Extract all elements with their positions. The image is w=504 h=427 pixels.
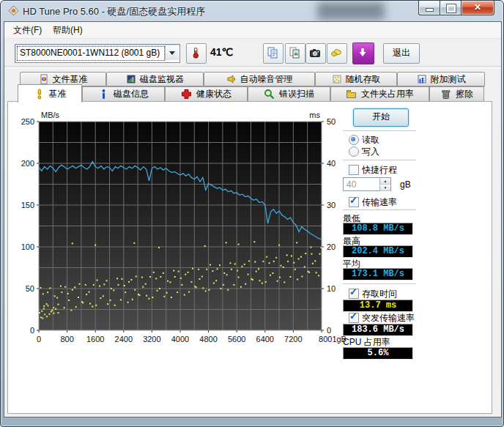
combo-dropdown-button[interactable] bbox=[165, 45, 179, 60]
svg-text:4800: 4800 bbox=[199, 335, 217, 344]
camera-icon bbox=[309, 47, 321, 59]
temperature-button[interactable] bbox=[186, 43, 207, 64]
write-label: 写入 bbox=[362, 146, 379, 158]
app-window: HD Tune Pro 5.60 - 硬盘/固态硬盘实用程序 ✕ 文件(F) 帮… bbox=[0, 0, 504, 427]
read-radio[interactable] bbox=[349, 135, 359, 145]
tab-label: 错误扫描 bbox=[279, 88, 314, 100]
copy-text-button[interactable] bbox=[263, 43, 284, 64]
thermometer-icon bbox=[190, 47, 201, 59]
capacity-value: 40 bbox=[346, 179, 356, 190]
tab-health[interactable]: 健康状态 bbox=[165, 86, 248, 102]
tab-label: 自动噪音管理 bbox=[240, 73, 293, 86]
check-icon: ✓ bbox=[349, 195, 357, 206]
tab-label: 随机存取 bbox=[346, 73, 381, 86]
random-access-icon bbox=[332, 74, 342, 84]
download-arrow-icon bbox=[357, 47, 368, 59]
divider bbox=[343, 160, 416, 163]
toolbar-separator bbox=[4, 66, 501, 69]
transfer-rate-checkbox[interactable]: ✓ bbox=[349, 197, 359, 207]
close-button[interactable]: ✕ bbox=[461, 1, 494, 15]
svg-text:4000: 4000 bbox=[171, 335, 189, 344]
svg-text:800: 800 bbox=[60, 335, 73, 344]
radio-dot bbox=[351, 137, 355, 141]
svg-text:10: 10 bbox=[327, 284, 336, 293]
svg-text:0: 0 bbox=[327, 326, 331, 335]
menu-bar: 文件(F) 帮助(H) bbox=[4, 22, 501, 39]
donate-button[interactable] bbox=[327, 43, 347, 64]
download-button[interactable] bbox=[352, 42, 374, 64]
svg-text:3200: 3200 bbox=[143, 335, 160, 344]
maximize-button[interactable] bbox=[440, 1, 462, 15]
tab-disk-info[interactable]: 磁盘信息 bbox=[82, 86, 165, 102]
error-scan-magnifier-icon bbox=[264, 89, 275, 100]
tab-erase[interactable]: 擦除 bbox=[429, 86, 484, 102]
screenshot-button[interactable] bbox=[305, 43, 326, 64]
svg-text:1600: 1600 bbox=[86, 335, 104, 344]
short-stroke-checkbox[interactable] bbox=[349, 165, 359, 175]
radio-dot bbox=[351, 149, 355, 153]
capacity-spinner[interactable]: 40 ▲▼ bbox=[343, 177, 391, 191]
svg-text:2400: 2400 bbox=[115, 335, 133, 344]
window-title: HD Tune Pro 5.60 - 硬盘/固态硬盘实用程序 bbox=[23, 5, 205, 18]
start-button[interactable]: 开始 bbox=[353, 108, 409, 127]
close-icon: ✕ bbox=[474, 2, 481, 12]
tab-label: 附加测试 bbox=[431, 73, 466, 86]
temperature-value: 41℃ bbox=[210, 46, 233, 58]
tab-extra-tests[interactable]: 附加测试 bbox=[397, 72, 485, 86]
menu-file[interactable]: 文件(F) bbox=[7, 22, 48, 38]
transfer-rate-label: 传输速率 bbox=[362, 196, 397, 209]
check-icon: ✓ bbox=[349, 286, 357, 297]
drive-select-value: ST8000NE0001-1WN112 (8001 gB) bbox=[17, 46, 165, 61]
svg-text:100: 100 bbox=[21, 242, 34, 251]
capacity-unit: gB bbox=[400, 179, 411, 190]
tab-aam[interactable]: 自动噪音管理 bbox=[204, 72, 315, 86]
spin-down-icon[interactable]: ▼ bbox=[380, 185, 390, 191]
tab-disk-monitor[interactable]: 磁盘监视器 bbox=[106, 72, 204, 86]
tab-random-access[interactable]: 随机存取 bbox=[315, 72, 397, 86]
minimize-icon bbox=[426, 8, 434, 12]
disk-monitor-icon bbox=[126, 74, 136, 84]
copy-image-icon bbox=[289, 47, 300, 59]
write-radio[interactable] bbox=[349, 146, 359, 157]
tab-folder-usage[interactable]: 文件夹占用率 bbox=[330, 86, 429, 102]
svg-text:50: 50 bbox=[327, 117, 336, 126]
tab-error-scan[interactable]: 错误扫描 bbox=[248, 86, 330, 102]
maximize-icon bbox=[447, 4, 456, 12]
burst-rate-checkbox[interactable]: ✓ bbox=[349, 313, 359, 323]
svg-text:40: 40 bbox=[327, 159, 336, 168]
access-time-checkbox[interactable]: ✓ bbox=[349, 289, 359, 299]
menu-help[interactable]: 帮助(H) bbox=[47, 22, 89, 38]
svg-text:200: 200 bbox=[21, 159, 34, 168]
copy-text-icon bbox=[267, 47, 278, 59]
glass-tint bbox=[317, 2, 385, 20]
svg-text:20: 20 bbox=[327, 242, 336, 251]
read-label: 读取 bbox=[362, 134, 379, 146]
chevron-down-icon bbox=[169, 51, 175, 55]
burst-rate-display: 183.6 MB/s bbox=[343, 324, 413, 336]
min-value-display: 108.8 MB/s bbox=[343, 223, 413, 235]
minimize-button[interactable] bbox=[418, 1, 441, 15]
divider bbox=[343, 130, 416, 133]
info-icon bbox=[98, 89, 109, 100]
svg-text:MB/s: MB/s bbox=[41, 111, 60, 119]
health-cross-icon bbox=[181, 89, 192, 100]
access-time-label: 存取时间 bbox=[362, 288, 397, 300]
drive-select[interactable]: ST8000NE0001-1WN112 (8001 gB) bbox=[15, 44, 180, 63]
svg-text:150: 150 bbox=[21, 201, 34, 209]
cpu-usage-display: 5.6% bbox=[343, 347, 413, 360]
aam-speaker-icon bbox=[226, 74, 237, 84]
svg-text:30: 30 bbox=[327, 201, 336, 209]
spinner-buttons[interactable]: ▲▼ bbox=[379, 178, 390, 190]
svg-text:6400: 6400 bbox=[256, 335, 274, 344]
spin-up-icon[interactable]: ▲ bbox=[380, 178, 390, 185]
title-bar[interactable]: HD Tune Pro 5.60 - 硬盘/固态硬盘实用程序 ✕ bbox=[1, 1, 503, 21]
svg-text:0: 0 bbox=[37, 335, 41, 344]
tab-label: 磁盘监视器 bbox=[140, 73, 184, 86]
copy-image-button[interactable] bbox=[285, 43, 305, 64]
tab-label: 文件夹占用率 bbox=[361, 88, 414, 100]
exit-button[interactable]: 退出 bbox=[383, 43, 420, 64]
tab-label: 基准 bbox=[49, 88, 67, 100]
svg-text:ms: ms bbox=[309, 111, 320, 119]
tab-benchmark[interactable]: 基准 bbox=[18, 84, 82, 103]
client-area: 文件(F) 帮助(H) ST8000NE0001-1WN112 (8001 gB… bbox=[4, 21, 502, 417]
